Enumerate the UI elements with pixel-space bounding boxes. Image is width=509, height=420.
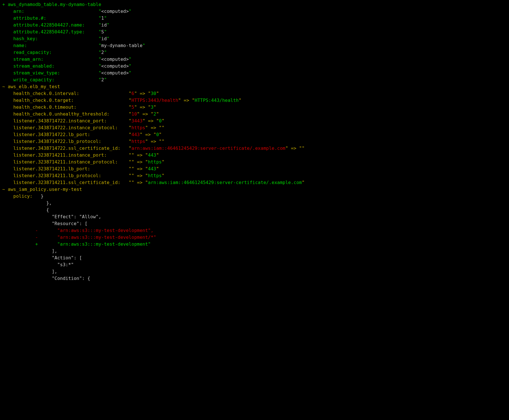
text-segment: health_check.0.interval: "	[2, 91, 132, 96]
output-line: listener.3438714722.lb_port: "443" => "0…	[2, 131, 507, 138]
output-line: ~ aws_elb.elb_my_test	[2, 83, 507, 90]
text-segment: "	[156, 152, 159, 158]
text-segment: https	[132, 125, 145, 130]
text-segment: my-dynamo-table	[101, 43, 143, 48]
text-segment: " => "	[142, 118, 159, 124]
text-segment: listener.3438714722.instance_protocol: "	[2, 125, 132, 130]
text-segment: ],	[2, 248, 57, 254]
output-line: write_capacity: "2"	[2, 76, 507, 83]
output-line: stream_view_type: "<computed>"	[2, 70, 507, 76]
text-segment: stream_arn: "	[2, 56, 101, 62]
text-segment: "	[107, 36, 110, 41]
text-segment: 0	[156, 132, 159, 137]
text-segment: "	[156, 91, 159, 96]
output-line: health_check.0.timeout: "5" => "3"	[2, 104, 507, 111]
output-line: "Condition": {	[2, 275, 507, 282]
output-line: listener.3438714722.ssl_certificate_id: …	[2, 145, 507, 152]
text-segment: 5	[132, 104, 134, 110]
text-segment: + aws_dynamodb_table.my-dynamo-table	[2, 2, 101, 7]
text-segment: <computed>	[101, 56, 129, 62]
text-segment: "	[129, 70, 132, 76]
text-segment: name: "	[2, 43, 101, 48]
output-line: listener.3438714722.lb_protocol: "https"…	[2, 138, 507, 145]
text-segment: read_capacity: "	[2, 50, 101, 55]
output-line: ],	[2, 248, 507, 255]
text-segment: "	[156, 166, 159, 171]
output-line: policy: }	[2, 193, 507, 200]
text-segment: id	[101, 36, 107, 41]
text-segment: "Resource": [	[2, 221, 88, 226]
text-segment: https	[132, 139, 145, 144]
output-line: ],	[2, 268, 507, 275]
text-segment: 443	[148, 166, 156, 171]
text-segment: listener.3238714211.instance_port: "" =>…	[2, 152, 148, 158]
text-segment: listener.3438714722.ssl_certificate_id: …	[2, 146, 132, 151]
text-segment: 2	[101, 77, 104, 82]
output-line: hash_key: "id"	[2, 35, 507, 42]
output-line: name: "my-dynamo-table"	[2, 42, 507, 49]
text-segment: listener.3438714722.lb_port: "	[2, 132, 132, 137]
output-line: "Resource": [	[2, 220, 507, 227]
text-segment: "	[104, 15, 107, 21]
text-segment: policy:	[2, 193, 41, 199]
text-segment: "	[162, 118, 165, 124]
text-segment: " => "	[134, 104, 151, 110]
output-line: read_capacity: "2"	[2, 49, 507, 56]
text-segment: https	[148, 173, 162, 178]
text-segment: listener.3438714722.instance_port: "	[2, 118, 132, 124]
text-segment: "Condition": {	[2, 276, 90, 281]
text-segment: "	[129, 56, 132, 62]
text-segment: },	[2, 200, 52, 206]
text-segment: arn:aws:iam::46461245429:server-certific…	[132, 146, 285, 151]
output-line: listener.3238714211.instance_protocol: "…	[2, 159, 507, 165]
text-segment: ~ aws_elb.elb_my_test	[2, 84, 60, 89]
output-line: stream_arn: "<computed>"	[2, 56, 507, 63]
text-segment: S	[101, 29, 104, 35]
text-segment: HTTPS:3443/health	[132, 98, 178, 103]
text-segment: " => ""	[145, 125, 164, 130]
text-segment: " => ""	[145, 139, 164, 144]
text-segment: https	[148, 159, 162, 165]
text-segment: id	[101, 22, 107, 28]
text-segment: "	[239, 98, 241, 103]
output-line: stream_enabled: "<computed>"	[2, 63, 507, 70]
text-segment: health_check.0.target: "	[2, 98, 132, 103]
text-segment: "Effect": "Allow",	[2, 214, 101, 219]
output-line: "Action": [	[2, 255, 507, 261]
text-segment: + "arn:aws:s3:::my-test-development"	[2, 241, 151, 247]
output-line: "Effect": "Allow",	[2, 213, 507, 220]
text-segment: 0	[159, 118, 162, 124]
text-segment: listener.3438714722.lb_protocol: "	[2, 139, 132, 144]
output-line: - "arn:aws:s3:::my-test-development",	[2, 227, 507, 234]
text-segment: arn:aws:iam::46461245429:server-certific…	[148, 180, 302, 185]
text-segment: "s3:*"	[2, 262, 74, 267]
output-line: + aws_dynamodb_table.my-dynamo-table	[2, 1, 507, 8]
text-segment: "Action": [	[2, 255, 82, 261]
text-segment: attribute.4228504427.name: "	[2, 22, 101, 28]
text-segment: <computed>	[101, 63, 129, 69]
text-segment: {	[2, 207, 49, 213]
text-segment: attribute.4228504427.type: "	[2, 29, 101, 35]
text-segment: 3	[151, 104, 153, 110]
output-line: attribute.4228504427.name: "id"	[2, 22, 507, 29]
text-segment: 10	[132, 111, 137, 117]
output-line: listener.3438714722.instance_port: "3443…	[2, 118, 507, 124]
text-segment: "	[129, 9, 132, 14]
text-segment: 443	[148, 152, 156, 158]
output-line: health_check.0.interval: "6" => "30"	[2, 90, 507, 97]
text-segment: "	[107, 22, 110, 28]
output-line: "s3:*"	[2, 261, 507, 268]
text-segment: health_check.0.unhealthy_threshold: "	[2, 111, 132, 117]
text-segment: "	[129, 63, 132, 69]
output-line: health_check.0.target: "HTTPS:3443/healt…	[2, 97, 507, 104]
text-segment: 2	[153, 111, 156, 117]
text-segment: "	[162, 159, 165, 165]
text-segment: 1	[101, 15, 104, 21]
text-segment: stream_view_type: "	[2, 70, 101, 76]
text-segment: listener.3238714211.lb_protocol: "" => "	[2, 173, 148, 178]
text-segment: " => "	[178, 98, 195, 103]
text-segment: <computed>	[101, 9, 129, 14]
text-segment: ~ aws_iam_policy.user-my-test	[2, 187, 82, 192]
text-segment: "	[302, 180, 305, 185]
text-segment: write_capacity: "	[2, 77, 101, 82]
